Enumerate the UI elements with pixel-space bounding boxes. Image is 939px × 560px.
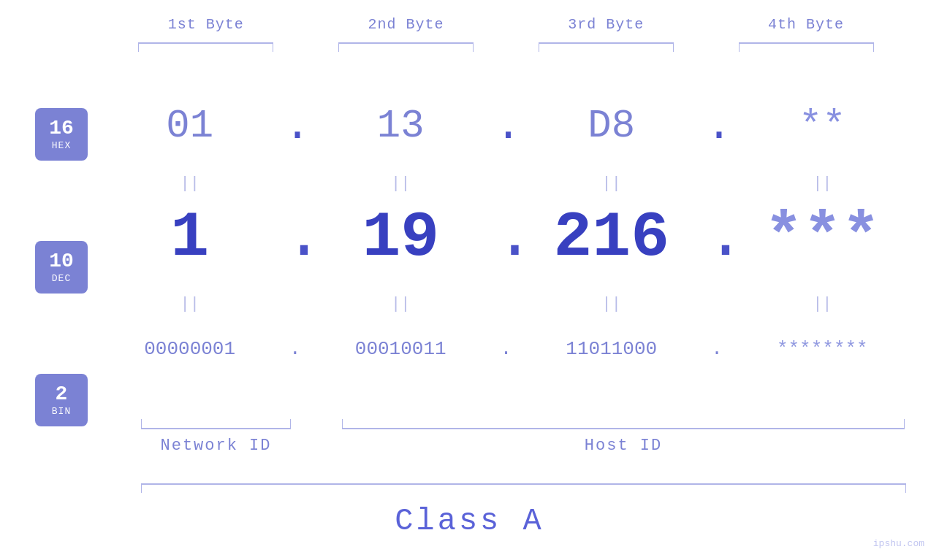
- hex-dot-2-text: .: [495, 101, 521, 151]
- hex-value-1: 01: [117, 104, 263, 148]
- hex-dot-3: .: [706, 101, 728, 151]
- hex-badge: 16 HEX: [35, 108, 88, 161]
- hex-dot-2: .: [495, 101, 517, 151]
- dec-val-4-text: ***: [764, 202, 880, 274]
- network-id-bracket-svg: [141, 419, 291, 429]
- byte2-bracket-svg: [338, 42, 474, 53]
- equals-row-2: || || || ||: [106, 292, 906, 315]
- dec-dot-2-text: .: [495, 200, 534, 275]
- bin-dot-1-text: .: [289, 338, 301, 360]
- dec-val-2-text: 19: [362, 202, 439, 274]
- bin-val-4-text: ********: [777, 338, 868, 360]
- bin-dot-3-text: .: [711, 338, 723, 360]
- eq2-4: ||: [749, 295, 895, 313]
- class-bracket-svg: [141, 483, 906, 494]
- network-id-bracket: [141, 419, 291, 433]
- eq2-1-text: ||: [180, 295, 199, 313]
- dec-badge-number: 10: [49, 250, 74, 273]
- eq2-4-text: ||: [813, 295, 832, 313]
- dec-dot-1-text: .: [284, 200, 324, 275]
- byte4-bracket: [733, 42, 879, 53]
- dec-val-3-text: 216: [554, 202, 669, 274]
- eq2-3-text: ||: [602, 295, 621, 313]
- network-id-text: Network ID: [160, 437, 271, 455]
- class-bracket: [141, 483, 906, 497]
- watermark-text: ipshu.com: [873, 538, 924, 549]
- bin-val-2-text: 00010011: [355, 338, 446, 360]
- header-brackets: [106, 42, 906, 53]
- dec-badge-label: DEC: [52, 273, 71, 284]
- byte2-header: 2nd Byte: [319, 16, 494, 33]
- byte4-bracket-svg: [739, 42, 874, 53]
- dec-dot-3-text: .: [706, 200, 745, 275]
- byte3-bracket-svg: [539, 42, 674, 53]
- bin-dot-2-text: .: [501, 338, 512, 360]
- bin-value-4: ********: [749, 338, 895, 360]
- dec-value-2: 19: [327, 202, 474, 274]
- bin-badge-number: 2: [56, 383, 68, 406]
- byte1-header: 1st Byte: [118, 16, 294, 33]
- hex-dot-3-text: .: [706, 101, 732, 151]
- hex-badge-label: HEX: [52, 140, 71, 151]
- byte1-bracket: [133, 42, 279, 53]
- watermark: ipshu.com: [873, 537, 924, 550]
- bin-dot-3: .: [706, 338, 728, 360]
- header-row: 1st Byte 2nd Byte 3rd Byte 4th Byte: [106, 16, 906, 33]
- eq2-1: ||: [117, 295, 263, 313]
- hex-row: 01 . 13 . D8 . **: [106, 88, 906, 164]
- network-id-label: Network ID: [141, 437, 291, 455]
- bin-value-1: 00000001: [117, 338, 263, 360]
- dec-dot-1: .: [284, 200, 306, 275]
- dec-value-3: 216: [539, 202, 685, 274]
- class-label-text: Class A: [395, 504, 544, 539]
- bin-dot-1: .: [284, 338, 306, 360]
- dec-value-1: 1: [117, 202, 263, 274]
- hex-value-2: 13: [327, 104, 474, 148]
- page-container: 16 HEX 10 DEC 2 BIN 1st Byte 2nd Byte 3r…: [0, 0, 939, 560]
- dec-value-4: ***: [749, 202, 895, 274]
- bin-badge: 2 BIN: [35, 374, 88, 426]
- dec-row: 1 . 19 . 216 . ***: [106, 190, 906, 285]
- byte1-bracket-svg: [138, 42, 273, 53]
- bin-dot-2: .: [495, 338, 517, 360]
- bin-badge-label: BIN: [52, 406, 71, 417]
- badges-column: 16 HEX 10 DEC 2 BIN: [35, 108, 88, 426]
- eq2-3: ||: [539, 295, 685, 313]
- dec-val-1-text: 1: [170, 202, 209, 274]
- dec-dot-2: .: [495, 200, 517, 275]
- bin-row: 00000001 . 00010011 . 11011000 . *******…: [106, 320, 906, 378]
- hex-val-4-text: **: [799, 104, 846, 148]
- hex-val-2-text: 13: [377, 104, 425, 148]
- byte4-header: 4th Byte: [718, 16, 894, 33]
- hex-badge-number: 16: [49, 118, 74, 140]
- bin-val-3-text: 11011000: [566, 338, 657, 360]
- host-id-label: Host ID: [342, 437, 905, 455]
- hex-val-1-text: 01: [166, 104, 213, 148]
- dec-dot-3: .: [706, 200, 728, 275]
- byte2-bracket: [333, 42, 479, 53]
- eq2-2: ||: [327, 295, 474, 313]
- hex-val-3-text: D8: [588, 104, 635, 148]
- bin-val-1-text: 00000001: [144, 338, 235, 360]
- hex-dot-1: .: [284, 101, 306, 151]
- eq2-2-text: ||: [391, 295, 410, 313]
- dec-badge: 10 DEC: [35, 241, 88, 294]
- host-id-text: Host ID: [585, 437, 662, 455]
- hex-value-4: **: [749, 104, 895, 148]
- host-id-bracket: [342, 419, 905, 433]
- bin-value-3: 11011000: [539, 338, 685, 360]
- host-id-bracket-svg: [342, 419, 905, 429]
- byte3-bracket: [533, 42, 679, 53]
- hex-value-3: D8: [539, 104, 685, 148]
- class-label: Class A: [0, 504, 939, 539]
- byte3-header: 3rd Byte: [518, 16, 693, 33]
- hex-dot-1-text: .: [284, 101, 311, 151]
- bin-value-2: 00010011: [327, 338, 474, 360]
